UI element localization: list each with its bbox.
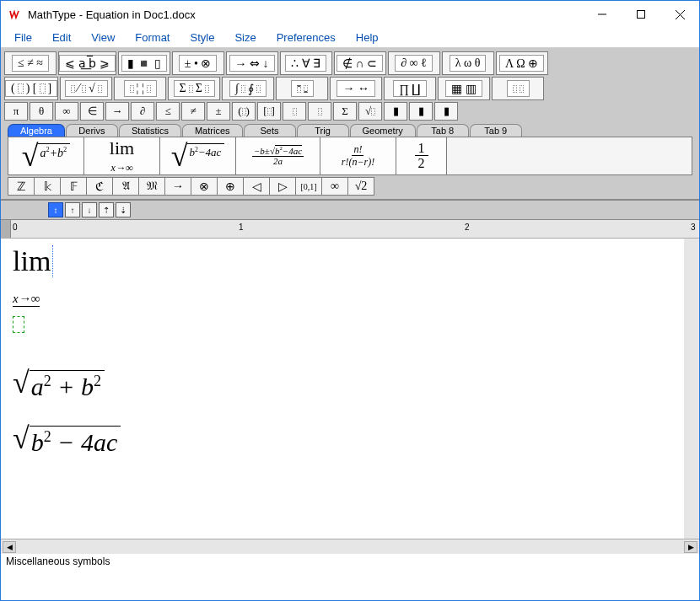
- palette-label-arrow[interactable]: → ↔: [330, 77, 382, 100]
- sym-oplus[interactable]: ⊕: [217, 177, 244, 196]
- palette-greek-upper[interactable]: Λ Ω ⊕: [496, 51, 548, 75]
- equation-editor[interactable]: ▲ ▼ lim x→∞ √a2 + b2 √b2 − 4ac: [1, 239, 699, 539]
- tpl-sum[interactable]: Σ: [333, 102, 357, 121]
- tab-derivs[interactable]: Derivs: [66, 124, 118, 137]
- scroll-left-button[interactable]: ◀: [3, 541, 16, 553]
- palette-spaces[interactable]: ⩽ a͟ b̅ ⩾: [58, 51, 116, 75]
- sym-otimes[interactable]: ⊗: [191, 177, 218, 196]
- tab-geometry[interactable]: Geometry: [350, 124, 416, 137]
- palette-set[interactable]: ∉ ∩ ⊂: [334, 51, 386, 75]
- tpl-bracket[interactable]: []: [257, 102, 281, 121]
- sym-k[interactable]: 𝕜: [34, 177, 61, 196]
- palette-logical[interactable]: ∴ ∀ ∃: [280, 51, 332, 75]
- scroll-down-button[interactable]: ▼: [684, 523, 699, 539]
- ruler-0: 0: [13, 223, 18, 232]
- sym-ltri[interactable]: ◁: [243, 177, 270, 196]
- sym-theta[interactable]: θ: [30, 102, 53, 121]
- maximize-button[interactable]: [622, 1, 660, 28]
- menu-preferences[interactable]: Preferences: [267, 29, 346, 46]
- minimize-button[interactable]: [583, 1, 622, 28]
- menu-edit[interactable]: Edit: [42, 29, 81, 46]
- palette-products[interactable]: ∏ ∐: [384, 77, 436, 100]
- tpl-sqrt-ab[interactable]: √a2+b2: [8, 137, 84, 174]
- ruler[interactable]: 0 1 2 3: [1, 220, 699, 239]
- sym-pm[interactable]: ±: [207, 102, 230, 121]
- sym-interval[interactable]: [0,1]: [295, 177, 322, 196]
- palette-subsup[interactable]: ¦ ¦: [114, 77, 166, 100]
- sym-Z[interactable]: ℤ: [8, 177, 35, 196]
- tpl-paren[interactable]: (): [232, 102, 256, 121]
- window-title: MathType - Equation in Doc1.docx: [28, 8, 196, 21]
- palette-operator[interactable]: ± • ⊗: [172, 51, 224, 75]
- tpl-limit[interactable]: lim x→∞: [84, 137, 160, 174]
- sym-arrow2[interactable]: →: [164, 177, 191, 196]
- align-btn-3[interactable]: ↓: [82, 202, 97, 217]
- menu-style[interactable]: Style: [180, 29, 224, 46]
- tpl-m1[interactable]: ▮: [384, 102, 407, 121]
- menu-file[interactable]: File: [4, 29, 42, 46]
- tpl-binomial[interactable]: n! r!(n−r)!: [320, 137, 396, 174]
- sym-sqrt2[interactable]: √2: [347, 177, 374, 196]
- tab-8[interactable]: Tab 8: [417, 124, 469, 137]
- scroll-right-button[interactable]: ▶: [684, 541, 697, 553]
- palette-sum[interactable]: Σ Σ: [168, 77, 220, 100]
- tab-sets[interactable]: Sets: [244, 124, 296, 137]
- equation-sqrt-ab[interactable]: √a2 + b2: [13, 370, 105, 401]
- tab-trig[interactable]: Trig: [297, 124, 349, 137]
- menu-size[interactable]: Size: [224, 29, 266, 46]
- sym-in[interactable]: ∈: [80, 102, 104, 121]
- tab-algebra[interactable]: Algebra: [8, 124, 65, 137]
- tpl-quadratic[interactable]: −b±√b2−4ac 2a: [236, 137, 320, 174]
- app-icon: [8, 8, 21, 21]
- equation-discriminant[interactable]: √b2 − 4ac: [13, 426, 121, 457]
- palette-frac-root[interactable]: ⁄ √: [60, 77, 112, 100]
- sym-pi[interactable]: π: [4, 102, 28, 121]
- sym-le[interactable]: ≤: [156, 102, 180, 121]
- palette-boxes[interactable]: [492, 77, 544, 100]
- tab-9[interactable]: Tab 9: [470, 124, 522, 137]
- tpl-discriminant[interactable]: √b2−4ac: [160, 137, 236, 174]
- tab-statistics[interactable]: Statistics: [119, 124, 181, 137]
- sym-inf[interactable]: ∞: [55, 102, 78, 121]
- tpl-slot1[interactable]: [283, 102, 306, 121]
- sym-inf2[interactable]: ∞: [321, 177, 348, 196]
- tpl-m2[interactable]: ▮: [409, 102, 433, 121]
- palette-relational[interactable]: ≤ ≠ ≈: [4, 51, 57, 75]
- scroll-up-button[interactable]: ▲: [684, 239, 699, 254]
- sym-rtri[interactable]: ▷: [269, 177, 296, 196]
- palette-embellish[interactable]: ▮ ◾ ▯: [118, 51, 170, 75]
- tpl-sqrt[interactable]: √: [358, 102, 382, 121]
- tpl-half[interactable]: 12: [396, 137, 447, 174]
- sym-ne[interactable]: ≠: [181, 102, 205, 121]
- tpl-slot2[interactable]: [308, 102, 331, 121]
- tab-matrices[interactable]: Matrices: [182, 124, 243, 137]
- menu-help[interactable]: Help: [346, 29, 389, 46]
- menu-format[interactable]: Format: [125, 29, 180, 46]
- equation-limit[interactable]: lim x→∞: [13, 245, 53, 309]
- empty-slot-placeholder[interactable]: [13, 316, 24, 333]
- align-btn-4[interactable]: ⇡: [99, 202, 114, 217]
- sym-A[interactable]: 𝔄: [112, 177, 139, 196]
- tpl-m3[interactable]: ▮: [434, 102, 458, 121]
- palette-integral[interactable]: ∫ ∮: [222, 77, 274, 100]
- align-btn-5[interactable]: ⇣: [116, 202, 131, 217]
- palette-fence[interactable]: () []: [4, 77, 58, 100]
- sym-M[interactable]: 𝔐: [138, 177, 165, 196]
- align-btn-2[interactable]: ↑: [65, 202, 80, 217]
- menu-view[interactable]: View: [81, 29, 125, 46]
- palette-overbar[interactable]: [276, 77, 328, 100]
- palette-matrix[interactable]: ▦ ▥: [438, 77, 490, 100]
- palette-arrows[interactable]: → ⇔ ↓: [226, 51, 278, 75]
- align-btn-1[interactable]: ↕: [48, 202, 63, 217]
- palette-misc[interactable]: ∂ ∞ ℓ: [388, 51, 440, 75]
- sym-partial[interactable]: ∂: [131, 102, 154, 121]
- tpl-empty[interactable]: [447, 137, 692, 174]
- sym-arrow[interactable]: →: [105, 102, 129, 121]
- sym-F[interactable]: 𝔽: [60, 177, 87, 196]
- sym-C[interactable]: ℭ: [86, 177, 113, 196]
- horizontal-scrollbar[interactable]: ◀ ▶: [1, 539, 699, 554]
- close-button[interactable]: [660, 1, 699, 28]
- palette-greek-lower[interactable]: λ ω θ: [442, 51, 494, 75]
- tool-panel: ≤ ≠ ≈ ⩽ a͟ b̅ ⩾ ▮ ◾ ▯ ± • ⊗ → ⇔ ↓ ∴ ∀ ∃ …: [1, 48, 699, 200]
- ruler-3: 3: [691, 223, 696, 232]
